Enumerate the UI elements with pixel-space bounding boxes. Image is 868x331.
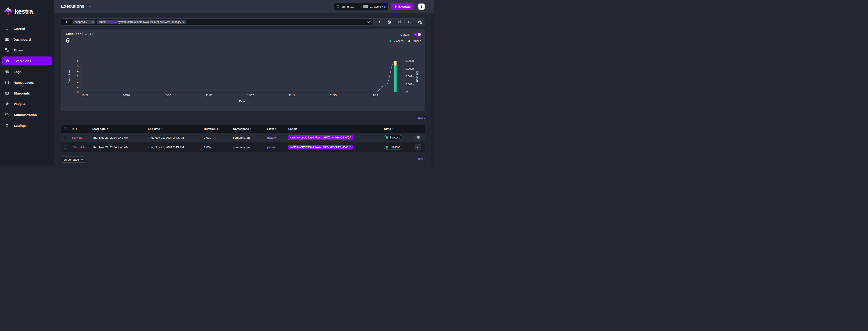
filter-search-button[interactable] (373, 19, 384, 25)
table-settings-button[interactable] (415, 19, 425, 25)
search-icon (337, 5, 340, 8)
per-page-select[interactable]: 25 per page (61, 157, 86, 163)
chip-close-icon[interactable]: × (182, 21, 184, 24)
sidebar-item-starred[interactable]: ☆ Starred › (0, 24, 54, 33)
svg-text:0.002s: 0.002s (405, 59, 414, 62)
column-header-state[interactable]: State▲▼ (382, 127, 415, 131)
sidebar-item-label: Namespaces (13, 81, 34, 84)
select-all-checkbox[interactable] (64, 127, 67, 130)
toggle-knob (418, 33, 421, 36)
execute-button-label: Execute (399, 5, 411, 8)
duration-toggle[interactable]: ✓ (413, 32, 421, 36)
log-search-icon (417, 145, 420, 148)
sidebar-item-blueprints[interactable]: Blueprints (0, 89, 54, 98)
flows-icon (5, 48, 9, 52)
label-chip[interactable]: system.correlationId: 5WsUeHMZj3wIAGmQ4h… (288, 145, 353, 149)
chip-value: system.correlationId:5WsUeHMZj3wIAGmQ4ho… (118, 21, 181, 24)
chart-legend: Success Paused (390, 39, 421, 43)
page-scrollbar[interactable] (431, 13, 434, 165)
topbar: Executions ☆ Jump to... ⌨ Ctrl/Cmd + K E… (54, 0, 434, 13)
save-filter-button[interactable] (384, 19, 394, 25)
sidebar-item-administration[interactable]: Administration › (0, 110, 54, 119)
row-checkbox[interactable] (64, 136, 67, 139)
sidebar-item-dashboard[interactable]: Dashboard (0, 35, 54, 44)
refresh-icon (408, 20, 411, 24)
filter-chips: scope:USER × labels:contains:system.corr… (71, 20, 363, 24)
dashboard-icon (5, 37, 9, 42)
table-row: 5usykhEh Thu, Nov 21, 2024 2:43 AM Thu, … (61, 133, 425, 142)
sidebar-item-label: Settings (13, 124, 27, 128)
filter-input-area[interactable]: ↺ scope:USER × labels:contains:system.co… (61, 19, 373, 25)
executions-chart: 0123456Executions10/2210/2610/3011/0311/… (65, 59, 425, 106)
filter-dropdown-chevron[interactable] (363, 19, 373, 25)
sidebar-item-settings[interactable]: ⚙ Settings (0, 121, 54, 130)
sidebar-item-plugins[interactable]: Plugins (0, 100, 54, 108)
sidebar-menu: ☆ Starred › Dashboard Flows Exe (0, 24, 54, 132)
svg-text:Duration: Duration (416, 71, 419, 82)
chart-title-text: Executions (66, 32, 83, 36)
row-checkbox[interactable] (64, 145, 67, 148)
refresh-button[interactable] (404, 19, 415, 25)
sidebar-item-executions[interactable]: Executions (2, 56, 52, 65)
column-header-start-date[interactable]: Start date▲▼ (90, 127, 146, 131)
svg-text:11/11: 11/11 (289, 94, 295, 97)
total-count-top: Total: 2 (416, 116, 425, 119)
sidebar-item-namespaces[interactable]: Namespaces (0, 78, 54, 87)
svg-text:4: 4 (77, 70, 79, 73)
svg-text:0.001s: 0.001s (405, 75, 414, 78)
success-check-icon: ✓ (385, 146, 389, 148)
filter-history-icon[interactable]: ↺ (61, 19, 71, 25)
filter-chip-labels[interactable]: labels:contains:system.correlationId:5Ws… (97, 20, 186, 24)
label-chip[interactable]: system.correlationId: 5WsUeHMZj3wIAGmQ4h… (288, 135, 353, 140)
table-header-row: Id▲▼ Start date▲▼ End date▲▼ Duration▲▼ … (61, 125, 425, 133)
execution-id-link[interactable]: 5usykhEh (72, 136, 84, 139)
column-header-end-date[interactable]: End date▲▼ (146, 127, 202, 131)
column-header-duration[interactable]: Duration▲▼ (202, 127, 231, 131)
save-icon (388, 21, 391, 24)
total-count-bottom: Total: 2 (416, 157, 425, 161)
end-date-cell: Thu, Nov 21, 2024 2:43 AM (146, 136, 202, 139)
help-button[interactable]: ? (418, 3, 425, 10)
column-header-namespace[interactable]: Namespace▲▼ (231, 127, 265, 131)
sidebar-item-flows[interactable]: Flows (0, 46, 54, 55)
kestra-logo[interactable]: kestra. (4, 7, 50, 16)
kestra-logo-icon (4, 8, 13, 15)
sidebar-item-logs[interactable]: Logs (0, 67, 54, 76)
flow-link[interactable]: parent (267, 145, 276, 149)
duration-toggle-label: Duration (400, 33, 411, 36)
legend-label: Paused (412, 39, 421, 43)
state-badge: ✓Success (384, 145, 402, 149)
chevron-down-icon (81, 159, 83, 161)
jump-to-search[interactable]: Jump to... ⌨ Ctrl/Cmd + K (334, 3, 389, 10)
svg-text:0.002s: 0.002s (405, 67, 414, 70)
row-overview-button[interactable] (415, 144, 421, 150)
svg-text:11/03: 11/03 (206, 94, 212, 97)
svg-text:2: 2 (77, 80, 79, 83)
chip-close-icon[interactable]: × (92, 21, 94, 24)
log-search-icon (417, 136, 420, 139)
gear-icon: ⚙ (5, 123, 9, 128)
column-header-id[interactable]: Id▲▼ (69, 127, 90, 131)
search-icon (377, 21, 380, 24)
svg-text:5: 5 (77, 65, 79, 68)
row-overview-button[interactable] (415, 135, 421, 140)
legend-item-paused[interactable]: Paused (408, 39, 421, 43)
table-gear-icon (418, 20, 422, 24)
execute-button[interactable]: Execute (391, 3, 414, 10)
svg-text:10/26: 10/26 (123, 94, 130, 97)
column-header-flow[interactable]: Flow▲▼ (265, 127, 286, 131)
execution-id-link[interactable]: 5WsUeHMZ (72, 145, 87, 149)
chart-subtitle: (per day) (85, 33, 94, 35)
legend-item-success[interactable]: Success (390, 39, 403, 43)
flow-link[interactable]: myflow (267, 136, 276, 139)
sidebar-item-label: Administration (13, 113, 37, 117)
app-root: kestra. ☆ Starred › Dashboard Flows (0, 0, 434, 165)
filter-chip-scope[interactable]: scope:USER × (73, 20, 95, 24)
favorite-star-icon[interactable]: ☆ (88, 4, 92, 8)
table-row: 5WsUeHMZ Thu, Nov 21, 2024 2:43 AM Thu, … (61, 142, 425, 151)
chart-title: Executions(per day) (66, 32, 94, 36)
auto-refresh-off-button[interactable] (394, 19, 404, 25)
svg-text:Executions: Executions (68, 70, 71, 83)
duration-cell: 1.66s (202, 145, 231, 149)
svg-text:0.001s: 0.001s (405, 83, 414, 86)
